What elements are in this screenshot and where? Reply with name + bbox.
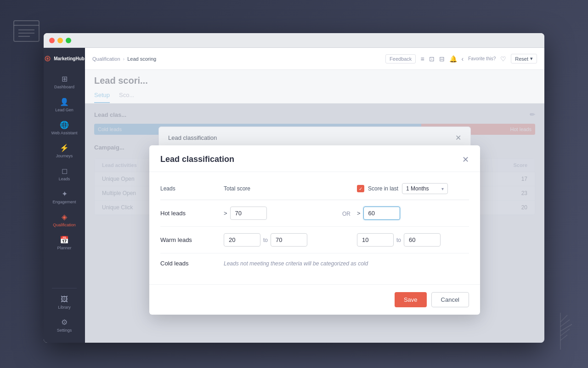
svg-rect-0 (14, 21, 39, 41)
warm-leads-row: Warm leads to to (160, 227, 469, 253)
sidebar-item-dashboard[interactable]: ⊞ Dashboard (44, 71, 85, 94)
warm-leads-score-in-last-inputs: to (357, 233, 469, 247)
favorite-label: Favorite this? (468, 56, 496, 61)
modal: Lead classification ✕ Leads Total score (149, 145, 480, 315)
tab-sco[interactable]: Sco... (119, 92, 134, 103)
hot-leads-row: Hot leads > OR > (160, 200, 469, 227)
page-title: Lead scori... (94, 75, 535, 86)
sidebar-label-dashboard: Dashboard (54, 85, 74, 89)
bell-icon[interactable]: 🔔 (449, 55, 457, 63)
content-area: Lead clas... ✏ Cold leads Hot leads Camp… (85, 104, 544, 343)
sidebar-item-engagement[interactable]: ✦ Engagement (44, 186, 85, 209)
warm-leads-to-label2: to (396, 237, 401, 243)
sidebar-label-qualification: Qualification (53, 223, 76, 227)
hot-leads-total-score-input[interactable] (230, 207, 267, 220)
warm-leads-score-to-input[interactable] (404, 233, 441, 247)
chevron-down-icon: ▾ (530, 56, 533, 62)
planner-icon: 📅 (60, 236, 69, 244)
sidebar-label-leads: Leads (59, 177, 70, 181)
sidebar-label-engagement: Engagement (52, 200, 76, 204)
page-header: Lead scori... Setup Sco... (85, 70, 544, 104)
dashboard-icon: ⊞ (62, 75, 68, 83)
browser-chrome (44, 33, 544, 48)
warm-leads-score-from-input[interactable] (357, 233, 394, 247)
breadcrumb-qualification: Qualification (92, 56, 120, 62)
reset-button[interactable]: Reset ▾ (511, 54, 537, 63)
backdrop-modal-title: Lead classification (168, 134, 217, 141)
modal-footer: Save Cancel (149, 284, 480, 315)
sidebar-item-settings[interactable]: ⚙ Settings (44, 314, 85, 337)
warm-leads-from-input[interactable] (224, 233, 260, 247)
window-dot-yellow[interactable] (57, 38, 63, 43)
sidebar-label-planner: Planner (57, 246, 71, 250)
col-header-leads: Leads (160, 185, 220, 192)
deco-bottomright-icon (542, 313, 579, 359)
sidebar-label-settings: Settings (57, 328, 72, 333)
sidebar-item-planner[interactable]: 📅 Planner (44, 232, 85, 255)
dropdown-arrow-icon: ▾ (441, 186, 444, 191)
sidebar-item-journeys[interactable]: ⚡ Journeys (44, 140, 85, 163)
window-dot-green[interactable] (66, 38, 71, 43)
modal-title: Lead classification (160, 155, 234, 164)
hot-leads-label: Hot leads (160, 210, 220, 217)
backdrop-modal-close-icon[interactable]: ✕ (455, 133, 461, 142)
cancel-button[interactable]: Cancel (431, 292, 469, 307)
months-dropdown[interactable]: 1 Months ▾ (402, 183, 448, 194)
sidebar-label-library: Library (58, 305, 71, 310)
cold-leads-description: Leads not meeting these criteria will be… (224, 260, 469, 267)
breadcrumb: Qualification › Lead scoring (92, 56, 156, 62)
warm-leads-to-input[interactable] (271, 233, 307, 247)
hot-leads-operator: > (224, 210, 227, 217)
sidebar-item-lead-gen[interactable]: 👤 Lead Gen (44, 94, 85, 117)
list-icon[interactable]: ≡ (420, 55, 424, 63)
modal-header: Lead classification ✕ (149, 145, 480, 172)
lead-gen-icon: 👤 (60, 98, 69, 106)
warm-leads-total-score-inputs: to (224, 233, 336, 247)
feedback-button[interactable]: Feedback (385, 54, 416, 63)
hot-leads-or-label: OR (339, 209, 353, 218)
deco-topleft-icon (9, 14, 46, 51)
svg-line-6 (560, 315, 567, 322)
top-bar-right: Feedback ≡ ⊡ ⊟ 🔔 ‹ Favorite this? ♡ Rese… (385, 54, 537, 63)
sidebar-divider (52, 288, 77, 288)
browser-window: ⊛ MarketingHub ⊞ Dashboard 👤 Lead Gen 🌐 … (44, 33, 544, 343)
heart-icon[interactable]: ♡ (500, 55, 506, 63)
chevron-left-icon[interactable]: ‹ (462, 55, 464, 63)
calendar-icon[interactable]: ⊟ (439, 55, 445, 63)
logo-icon: ⊛ (44, 53, 51, 63)
modal-table-headers: Leads Total score Score in last 1 Months… (160, 183, 469, 200)
sidebar: ⊛ MarketingHub ⊞ Dashboard 👤 Lead Gen 🌐 … (44, 48, 85, 343)
modal-close-button[interactable]: ✕ (462, 155, 469, 164)
save-button[interactable]: Save (395, 292, 427, 307)
modal-overlay: Lead classification ✕ Lead classificatio… (85, 104, 544, 343)
cold-leads-label: Cold leads (160, 260, 220, 267)
breadcrumb-sep: › (123, 56, 125, 62)
sidebar-item-library[interactable]: 🖼 Library (44, 291, 85, 314)
sidebar-item-leads[interactable]: ◻ Leads (44, 163, 85, 186)
app-name: MarketingHub (54, 56, 85, 61)
window-dot-red[interactable] (49, 38, 55, 43)
app-logo: ⊛ MarketingHub (44, 53, 85, 63)
library-icon: 🖼 (61, 296, 68, 303)
hot-leads-total-score-inputs: > (224, 207, 336, 220)
page-tabs: Setup Sco... (94, 92, 535, 103)
col-header-total-score: Total score (224, 185, 336, 192)
main-content: Qualification › Lead scoring Feedback ≡ … (85, 48, 544, 343)
tab-setup[interactable]: Setup (94, 92, 110, 103)
qualification-icon: ◈ (62, 213, 67, 221)
settings-icon: ⚙ (61, 319, 68, 326)
svg-line-10 (560, 335, 567, 340)
sidebar-item-qualification[interactable]: ◈ Qualification (44, 209, 85, 232)
hot-leads-score-operator: > (357, 210, 361, 217)
hot-leads-score-in-last-inputs: > (357, 207, 469, 220)
cold-leads-row: Cold leads Leads not meeting these crite… (160, 253, 469, 273)
col-header-score-in-last: Score in last (368, 185, 398, 192)
app-layout: ⊛ MarketingHub ⊞ Dashboard 👤 Lead Gen 🌐 … (44, 48, 544, 343)
leads-icon: ◻ (62, 167, 68, 175)
score-in-last-checkbox[interactable] (357, 185, 364, 192)
folder-icon[interactable]: ⊡ (429, 55, 435, 63)
sidebar-label-journeys: Journeys (56, 154, 73, 158)
sidebar-item-web-assistant[interactable]: 🌐 Web Assistant (44, 117, 85, 140)
warm-leads-to-label1: to (263, 237, 268, 243)
hot-leads-score-in-last-input[interactable] (363, 207, 400, 220)
